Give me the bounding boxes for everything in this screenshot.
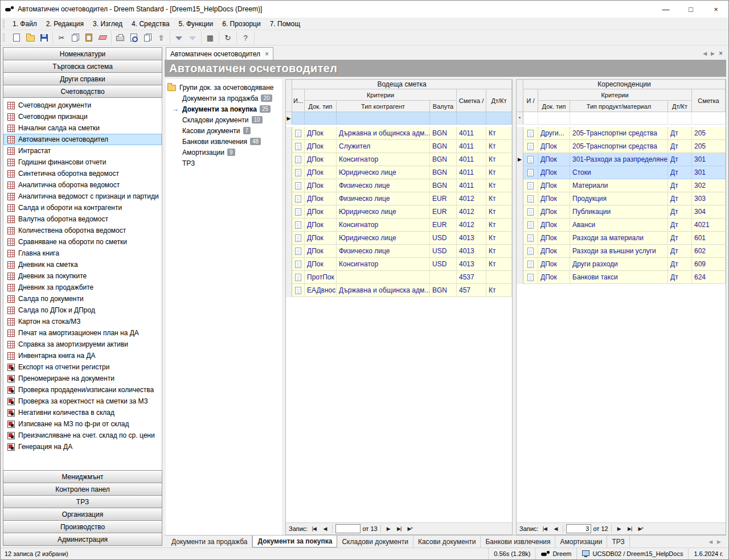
- group-tab[interactable]: Складови документи: [337, 536, 413, 547]
- table-row[interactable]: Други...205-Транспортни средстваДт205: [517, 127, 726, 140]
- table-row[interactable]: ДПокКонсигнаторUSD4013Кт: [286, 258, 512, 271]
- filter-cell[interactable]: [292, 112, 305, 125]
- table-row[interactable]: ДПок205-Транспортни средстваДт205: [517, 140, 726, 153]
- save-button[interactable]: [38, 31, 50, 44]
- filter-cell[interactable]: [305, 112, 337, 125]
- clear-button[interactable]: [96, 31, 109, 44]
- menu-item[interactable]: 7. Помощ: [265, 19, 305, 29]
- sidebar-section[interactable]: Администрация: [3, 533, 162, 546]
- column-header-selector[interactable]: И /: [523, 89, 538, 112]
- column-header-selector[interactable]: И...: [292, 89, 305, 112]
- send-button[interactable]: ⇧: [155, 31, 167, 44]
- table-row[interactable]: ДПокЮридическо лицеEUR4012Кт: [286, 205, 512, 219]
- menu-item[interactable]: 6. Прозорци: [218, 19, 265, 29]
- new-row-cell[interactable]: [570, 112, 668, 125]
- column-header-doc-type[interactable]: Док. тип: [538, 101, 570, 112]
- table-row[interactable]: ДПокЮридическо лицеBGN4011Кт: [286, 166, 512, 179]
- new-row-cell[interactable]: [692, 112, 726, 125]
- cut-button[interactable]: ✂: [55, 31, 68, 44]
- sidebar-item[interactable]: Дневник за продажбите: [3, 282, 162, 293]
- table-row[interactable]: ДПокБанкови таксиДт624: [517, 271, 726, 284]
- menu-item[interactable]: 1. Файл: [8, 19, 42, 29]
- sidebar-section[interactable]: Организация: [3, 508, 162, 521]
- tree-item[interactable]: Документи за продажба20: [167, 93, 280, 104]
- refresh-button[interactable]: ↻: [222, 31, 234, 44]
- sidebar-item[interactable]: Дневник на сметка: [3, 259, 162, 270]
- table-row[interactable]: ДПокСлужителBGN4011Кт: [286, 140, 512, 153]
- column-header-criteria[interactable]: Критерии: [538, 89, 692, 101]
- table-row[interactable]: ДПокРазходи за външни услугиДт602: [517, 245, 726, 258]
- next-record-button[interactable]: ▶: [384, 524, 393, 534]
- table-row[interactable]: ПротПок4537: [286, 271, 512, 284]
- column-header-criteria[interactable]: Критерии: [305, 89, 457, 101]
- sidebar-item[interactable]: Годишни финансови отчети: [3, 157, 162, 168]
- column-header-account[interactable]: Сметка /: [457, 89, 486, 112]
- grid-view-button[interactable]: ▦: [204, 31, 216, 44]
- column-header-currency[interactable]: Валута: [430, 101, 457, 112]
- sidebar-item[interactable]: Картон на стока/МЗ: [3, 316, 162, 327]
- sidebar-item[interactable]: Дневник за покупките: [3, 270, 162, 282]
- last-record-button[interactable]: ▶|: [625, 524, 634, 534]
- sidebar-section[interactable]: Счетоводство: [3, 85, 162, 98]
- column-header-account[interactable]: Сметка: [692, 89, 726, 112]
- scroll-group-tabs-right-button[interactable]: ▶: [717, 539, 721, 545]
- group-tab[interactable]: Документи за продажба: [167, 536, 252, 547]
- table-row[interactable]: ДПокМатериалиДт302: [517, 179, 726, 192]
- paste-button[interactable]: [83, 31, 95, 44]
- new-record-button[interactable]: ▶*: [636, 524, 645, 534]
- new-record-row[interactable]: *: [517, 112, 726, 125]
- print-preview-button[interactable]: [128, 31, 140, 44]
- tree-item[interactable]: Складови документи10: [167, 114, 280, 125]
- prev-record-button[interactable]: ◀: [551, 524, 560, 534]
- sidebar-section[interactable]: Номенклатури: [3, 47, 162, 60]
- sidebar-item[interactable]: Печат на амортизационен план на ДА: [3, 327, 162, 339]
- tree-item[interactable]: →Документи за покупка25: [167, 104, 280, 114]
- group-tab[interactable]: Амортизации: [555, 536, 607, 547]
- column-header-doc-type[interactable]: Док. тип: [305, 101, 337, 112]
- sidebar-item[interactable]: Счетоводни документи: [3, 100, 162, 111]
- first-record-button[interactable]: |◀: [540, 524, 549, 534]
- filter-cell[interactable]: [486, 112, 512, 125]
- clear-filter-button[interactable]: [186, 31, 199, 44]
- table-row[interactable]: ▶ДПок301-Разходи за разпределянеДт301: [517, 153, 726, 166]
- table-row[interactable]: ДПокЮридическо лицеUSD4013Кт: [286, 232, 512, 245]
- last-record-button[interactable]: ▶|: [395, 524, 404, 534]
- sidebar-item[interactable]: Количествена оборотна ведомост: [3, 225, 162, 236]
- sidebar-item[interactable]: Салда и обороти на контрагенти: [3, 202, 162, 213]
- tree-root-node[interactable]: Групи док. за осчетоводяване: [167, 82, 280, 93]
- sidebar-item[interactable]: Преизчисляване на счет. склад по ср. цен…: [3, 430, 162, 441]
- sidebar-item[interactable]: Преномериране на документи: [3, 373, 162, 384]
- print-button[interactable]: [114, 31, 126, 44]
- maximize-button[interactable]: □: [678, 1, 703, 18]
- tree-item[interactable]: Банкови извлечения48: [167, 136, 280, 147]
- table-row[interactable]: ДПокАвансиДт4021: [517, 219, 726, 232]
- table-row[interactable]: ДПокФизическо лицеBGN4011Кт: [286, 179, 512, 192]
- open-button[interactable]: [24, 31, 36, 44]
- tree-item[interactable]: Касови документи7: [167, 125, 280, 136]
- minimize-button[interactable]: —: [653, 1, 678, 18]
- sidebar-item[interactable]: Аналитична оборотна ведомост: [3, 179, 162, 191]
- sidebar-section[interactable]: ТРЗ: [3, 495, 162, 508]
- close-document-button[interactable]: ×: [719, 50, 723, 57]
- help-button[interactable]: ?: [239, 31, 252, 44]
- new-record-button[interactable]: ▶*: [406, 524, 415, 534]
- close-button[interactable]: ×: [703, 1, 728, 18]
- table-row[interactable]: ДПокПубликацииДт304: [517, 205, 726, 219]
- scroll-tabs-left-button[interactable]: ◀: [703, 51, 707, 56]
- table-row[interactable]: ДПокФизическо лицеEUR4012Кт: [286, 192, 512, 205]
- sidebar-section[interactable]: Производство: [3, 520, 162, 533]
- menu-item[interactable]: 3. Изглед: [88, 19, 127, 29]
- menu-item[interactable]: 5. Функции: [174, 19, 218, 29]
- scroll-tabs-right-button[interactable]: ▶: [711, 51, 715, 56]
- table-row[interactable]: ДПокКонсигнаторEUR4012Кт: [286, 219, 512, 232]
- record-number-input[interactable]: [566, 524, 591, 533]
- group-tab[interactable]: ТРЗ: [607, 536, 629, 547]
- sidebar-item[interactable]: Проверка за коректност на сметки за МЗ: [3, 396, 162, 407]
- sidebar-item[interactable]: Начални салда на сметки: [3, 122, 162, 134]
- column-header-contragent-type[interactable]: Тип контрагент: [337, 101, 430, 112]
- copy-button[interactable]: [69, 31, 81, 44]
- sidebar-item[interactable]: Салда по ДПок и ДПрод: [3, 304, 162, 316]
- tab-close-icon[interactable]: ×: [265, 50, 269, 58]
- filter-button[interactable]: [173, 31, 185, 44]
- group-tab[interactable]: Документи за покупка: [252, 536, 337, 547]
